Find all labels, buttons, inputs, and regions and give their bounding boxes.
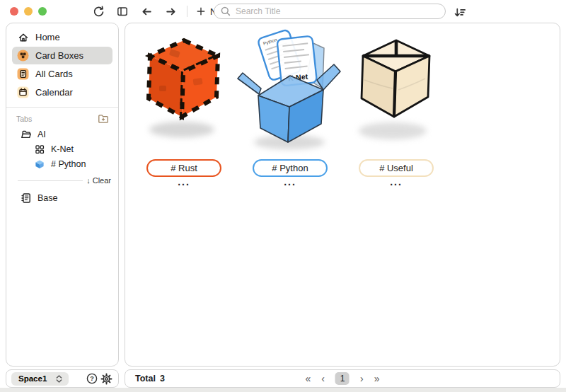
notebook-icon <box>20 192 32 204</box>
main-content: # Rust ... Python <box>125 23 560 367</box>
useful-box-illustration <box>343 29 449 156</box>
tab-item-knet[interactable]: K-Net <box>12 142 112 156</box>
traffic-lights <box>10 7 47 16</box>
toolbar-divider <box>187 6 187 17</box>
total-count: Total 3 <box>135 374 165 384</box>
more-options-rust[interactable]: ... <box>178 178 190 186</box>
forward-button[interactable] <box>163 3 178 20</box>
tag-pill-rust[interactable]: # Rust <box>146 159 221 177</box>
sidebar-item-all-cards[interactable]: All Cards <box>12 65 112 83</box>
zoom-window-button[interactable] <box>38 7 47 16</box>
help-icon: ? <box>86 373 98 384</box>
rust-crate-illustration <box>131 29 237 156</box>
tabs-folder-label: AI <box>37 129 46 139</box>
arrow-left-icon <box>141 6 153 18</box>
total-value: 3 <box>160 374 165 384</box>
python-open-box-illustration: Python K-Net <box>237 29 343 156</box>
sidebar-divider <box>6 107 118 108</box>
tab-item-base[interactable]: Base <box>12 190 112 205</box>
tab-item-label: # Python <box>51 159 86 169</box>
clear-label: Clear <box>93 176 111 185</box>
tabs-section-label: Tabs <box>16 115 32 123</box>
clear-button[interactable]: ↓ Clear <box>86 176 112 185</box>
tab-item-label: Base <box>37 193 58 203</box>
more-options-python[interactable]: ... <box>284 178 296 186</box>
toggle-sidebar-button[interactable] <box>115 3 130 20</box>
gear-icon <box>100 373 112 385</box>
sort-descending-icon <box>454 6 466 18</box>
clear-divider <box>18 180 83 181</box>
total-label: Total <box>135 374 156 384</box>
refresh-button[interactable] <box>91 3 106 20</box>
app-window: New Box <box>0 0 566 392</box>
tab-item-python[interactable]: # Python <box>12 156 112 171</box>
workspace-bar: Space1 ? <box>6 369 119 388</box>
first-page-button[interactable]: « <box>306 372 311 385</box>
minimize-window-button[interactable] <box>24 7 33 16</box>
search-icon <box>220 6 231 17</box>
next-page-button[interactable]: › <box>360 372 364 385</box>
settings-button[interactable] <box>99 371 113 386</box>
refresh-icon <box>93 6 105 18</box>
workspace-label: Space1 <box>18 374 47 383</box>
last-page-button[interactable]: » <box>374 372 380 385</box>
search-field-wrap <box>214 4 446 19</box>
arrow-down-icon: ↓ <box>86 176 91 185</box>
pagination: « ‹ 1 › » <box>306 372 380 385</box>
svg-text:?: ? <box>90 375 94 382</box>
tab-item-label: K-Net <box>51 144 74 154</box>
card-boxes-icon <box>17 50 29 62</box>
arrow-right-icon <box>165 6 177 18</box>
help-button[interactable]: ? <box>85 371 99 386</box>
sidebar: Home Card Boxes All Cards <box>6 23 119 367</box>
box-card-python[interactable]: Python K-Net <box>237 29 343 186</box>
workspace-switcher[interactable]: Space1 <box>11 372 69 386</box>
sidebar-item-home[interactable]: Home <box>12 28 112 46</box>
box-card-useful[interactable]: # Useful ... <box>343 29 449 186</box>
grid-icon <box>33 143 45 155</box>
all-cards-icon <box>17 68 29 80</box>
window-bottom-edge <box>0 388 566 392</box>
more-options-useful[interactable]: ... <box>390 178 403 186</box>
sidebar-item-card-boxes[interactable]: Card Boxes <box>12 47 112 64</box>
back-button[interactable] <box>139 3 154 20</box>
search-input[interactable] <box>214 4 446 19</box>
home-icon <box>17 31 29 43</box>
prev-page-button[interactable]: ‹ <box>321 372 325 385</box>
title-bar: New Box <box>0 0 566 23</box>
sidebar-item-label: Calendar <box>35 87 73 98</box>
blue-box-icon <box>33 158 45 170</box>
status-bar: Total 3 « ‹ 1 › » <box>125 369 560 388</box>
chevron-updown-icon <box>55 374 63 384</box>
calendar-icon <box>17 86 29 98</box>
clear-row: ↓ Clear <box>12 176 112 185</box>
sort-button[interactable] <box>451 4 467 21</box>
sidebar-item-label: Card Boxes <box>35 50 83 61</box>
sidebar-item-label: Home <box>35 32 60 42</box>
tag-pill-useful[interactable]: # Useful <box>359 159 434 177</box>
tabs-section-header: Tabs <box>12 113 112 127</box>
add-folder-button[interactable] <box>97 113 110 125</box>
sidebar-item-calendar[interactable]: Calendar <box>12 83 112 101</box>
box-grid: # Rust ... Python <box>131 29 449 186</box>
sidebar-panel-icon <box>117 6 128 17</box>
plus-icon <box>196 6 206 16</box>
folder-plus-icon <box>98 113 109 125</box>
current-page: 1 <box>335 372 350 385</box>
tabs-folder-ai[interactable]: AI <box>12 127 112 142</box>
close-window-button[interactable] <box>10 7 18 16</box>
sidebar-item-label: All Cards <box>35 69 73 79</box>
tag-pill-python[interactable]: # Python <box>253 159 328 177</box>
open-folder-icon <box>20 128 32 140</box>
box-card-rust[interactable]: # Rust ... <box>131 29 237 186</box>
